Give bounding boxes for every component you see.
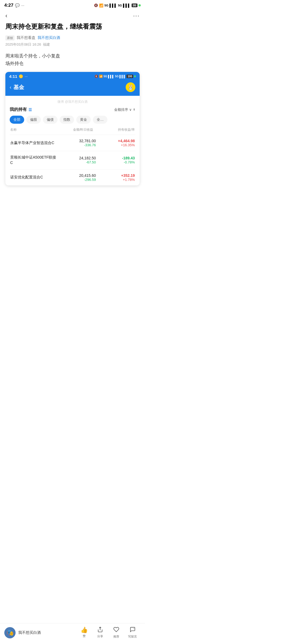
sort-arrows-icon: ⬍ <box>133 108 135 111</box>
watermark: 微博 @我不想买白酒 <box>10 100 135 104</box>
fund-content: 微博 @我不想买白酒 我的持有 ☰ 金额排序 ∨ ⬍ 全部 偏股 偏债 <box>5 96 140 185</box>
filter-tabs: 全部 偏股 偏债 指数 黄金 全… <box>10 116 135 124</box>
col-return-header: 持有收益/率 <box>93 127 135 132</box>
tab-index[interactable]: 指数 <box>60 116 74 124</box>
fund-return-3: +352.19 <box>96 173 135 178</box>
fund-daily-change-2: -67.50 <box>57 160 96 164</box>
inner-mute-icon: 🔇 <box>95 75 98 78</box>
inner-signal-bars-2: ▌▌▌ <box>119 75 126 78</box>
fund-daily-change-1: -336.76 <box>57 143 96 147</box>
status-time: 4:27 <box>4 3 13 8</box>
battery-indicator: 99 <box>132 3 137 7</box>
fund-return-2: -189.43 <box>96 156 135 160</box>
tab-equity[interactable]: 偏股 <box>26 116 41 124</box>
signal-bars-1: ▌▌▌ <box>110 3 117 8</box>
fund-amount-col-1: 32,781.00 -336.76 <box>57 139 96 147</box>
fund-daily-change-3: -296.59 <box>57 178 96 182</box>
fund-row-1[interactable]: 永赢半导体产业智选混合C 32,781.00 -336.76 +4,464.98… <box>10 135 135 151</box>
status-bar: 4:27 💬 ··· 🔇 📶 5G ▌▌▌ 5G ▌▌▌ 99 <box>0 0 145 10</box>
fund-amount-col-3: 20,415.60 -296.59 <box>57 173 96 182</box>
article-title: 周末持仓更新和复盘，继续看震荡 <box>5 22 140 31</box>
fund-row-2[interactable]: 景顺长城中证A500ETF联接C 24,182.50 -67.50 -189.4… <box>10 151 135 169</box>
fund-amount-2: 24,182.50 <box>57 156 96 160</box>
status-icons-right: 🔇 📶 5G ▌▌▌ 5G ▌▌▌ 99 <box>94 3 141 8</box>
more-menu-button[interactable]: ··· <box>133 12 140 19</box>
inner-green-dot <box>134 75 136 77</box>
inner-more: ··· <box>25 74 28 78</box>
fund-back-button[interactable]: ‹ <box>10 85 11 90</box>
fund-name-3: 诺安优化配置混合C <box>10 175 57 180</box>
sort-chevron: ∨ <box>129 108 132 112</box>
fund-return-1: +4,464.98 <box>96 139 135 143</box>
article-date: 2025年03月08日 16:26 福建 <box>5 42 140 47</box>
fund-name-2: 景顺长城中证A500ETF联接C <box>10 155 57 165</box>
holdings-list-icon: ☰ <box>28 108 32 112</box>
inner-status-icons-right: 🔇 📶 5G ▌▌▌ 5G ▌▌▌ 100 <box>95 75 136 78</box>
fund-return-col-3: +352.19 +1.78% <box>96 173 135 182</box>
article-body: 周末啦丢个持仓，小小复盘 场外持仓 <box>5 52 140 68</box>
fund-amount-col-2: 24,182.50 -67.50 <box>57 156 96 164</box>
holdings-header: 我的持有 ☰ 金额排序 ∨ ⬍ <box>10 107 135 112</box>
author-account-link[interactable]: 我不想买白酒 <box>38 35 60 40</box>
fund-return-pct-1: +16.35% <box>96 143 135 147</box>
fund-avatar: 🐰 <box>126 82 135 92</box>
article-meta: 原创 我不想看盘 我不想买白酒 <box>5 35 140 41</box>
inner-status-bar: 4:11 🟡 ··· 🔇 📶 5G ▌▌▌ 5G ▌▌▌ 100 <box>5 72 140 80</box>
inner-5g-1: 5G <box>104 75 107 78</box>
tab-more[interactable]: 全… <box>93 116 107 124</box>
nav-bar: ‹ ··· <box>0 10 145 22</box>
fund-title-area: ‹ 基金 <box>10 84 24 91</box>
wechat-icon: 💬 <box>15 3 20 8</box>
inner-time: 4:11 <box>9 74 17 79</box>
fund-row-3[interactable]: 诺安优化配置混合C 20,415.60 -296.59 +352.19 +1.7… <box>10 169 135 185</box>
inner-signal-bars-1: ▌▌▌ <box>108 75 114 78</box>
col-amount-header: 金额/昨日收益 <box>52 127 93 132</box>
sort-button[interactable]: 金额排序 ∨ ⬍ <box>114 107 135 112</box>
signal-5g-1: 5G <box>104 4 108 7</box>
author-display-name: 我不想看盘 <box>17 35 35 40</box>
col-name-header: 名称 <box>10 127 52 132</box>
tab-bond[interactable]: 偏债 <box>43 116 57 124</box>
fund-return-pct-2: -0.78% <box>96 160 135 164</box>
fund-header: ‹ 基金 🐰 <box>5 80 140 96</box>
signal-icon: 📶 <box>99 3 103 8</box>
signal-bars-2: ▌▌▌ <box>123 3 130 8</box>
original-badge: 原创 <box>5 35 15 41</box>
fund-name-1: 永赢半导体产业智选混合C <box>10 140 57 146</box>
fund-amount-3: 20,415.60 <box>57 173 96 178</box>
fund-amount-1: 32,781.00 <box>57 139 96 143</box>
signal-mute-icon: 🔇 <box>94 3 98 7</box>
column-headers: 名称 金额/昨日收益 持有收益/率 <box>10 127 135 132</box>
inner-app-icon: 🟡 <box>19 74 23 78</box>
signal-5g-2: 5G <box>118 4 122 7</box>
inner-signal-icon: 📶 <box>99 75 103 78</box>
inner-battery: 100 <box>126 75 133 78</box>
fund-return-col-1: +4,464.98 +16.35% <box>96 139 135 147</box>
tab-gold[interactable]: 黄金 <box>76 116 91 124</box>
fund-page-title: 基金 <box>13 84 24 91</box>
fund-return-col-2: -189.43 -0.78% <box>96 156 135 164</box>
embedded-screenshot: 4:11 🟡 ··· 🔇 📶 5G ▌▌▌ 5G ▌▌▌ 100 ‹ 基金 🐰 <box>5 72 140 185</box>
status-more: ··· <box>21 3 24 8</box>
article-container: 周末持仓更新和复盘，继续看震荡 原创 我不想看盘 我不想买白酒 2025年03月… <box>0 22 145 212</box>
back-button[interactable]: ‹ <box>5 12 7 19</box>
green-dot <box>139 4 141 6</box>
inner-5g-2: 5G <box>115 75 119 78</box>
tab-all[interactable]: 全部 <box>10 116 24 124</box>
fund-return-pct-3: +1.78% <box>96 178 135 182</box>
holdings-title: 我的持有 ☰ <box>10 107 32 112</box>
